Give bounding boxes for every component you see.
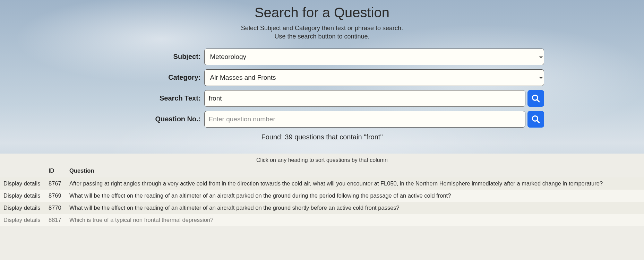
table-row: Display details8817Which is true of a ty… — [0, 214, 644, 226]
page-subtitle: Select Subject and Category then text or… — [0, 24, 644, 41]
svg-point-0 — [532, 95, 538, 100]
label-question-no: Question No.: — [100, 115, 204, 123]
cell-id: 8817 — [45, 214, 66, 226]
question-no-search-button[interactable] — [527, 111, 544, 128]
label-category: Category: — [100, 73, 204, 81]
row-search-text: Search Text: — [100, 90, 544, 107]
search-text-button[interactable] — [527, 90, 544, 107]
sort-hint: Click on any heading to sort questions b… — [0, 156, 644, 165]
display-details-link[interactable]: Display details — [3, 217, 40, 223]
subject-select[interactable]: Meteorology — [204, 49, 544, 65]
cell-question: What will be the effect on the reading o… — [66, 190, 644, 202]
search-icon — [531, 115, 540, 124]
cell-question: What will be the effect on the reading o… — [66, 202, 644, 214]
cell-id: 8770 — [45, 202, 66, 214]
results-table: ID Question Display details8767After pas… — [0, 165, 644, 226]
cell-question: Which is true of a typical non frontal t… — [66, 214, 644, 226]
row-question-no: Question No.: — [100, 111, 544, 128]
row-subject: Subject: Meteorology — [100, 49, 544, 65]
search-text-input[interactable] — [204, 90, 525, 107]
svg-point-2 — [532, 116, 538, 121]
page: Search for a Question Select Subject and… — [0, 0, 644, 260]
display-details-link[interactable]: Display details — [3, 180, 40, 187]
label-subject: Subject: — [100, 53, 204, 61]
cell-question: After passing at right angles through a … — [66, 177, 644, 190]
question-no-input[interactable] — [204, 111, 525, 128]
cell-id: 8767 — [45, 177, 66, 190]
category-select[interactable]: Air Masses and Fronts — [204, 69, 544, 86]
col-header-action[interactable] — [0, 165, 45, 177]
table-row: Display details8770What will be the effe… — [0, 202, 644, 214]
search-form: Subject: Meteorology Category: Air Masse… — [100, 49, 544, 141]
table-row: Display details8767After passing at righ… — [0, 177, 644, 190]
svg-line-3 — [537, 120, 540, 123]
subtitle-line-1: Select Subject and Category then text or… — [241, 25, 403, 32]
search-icon — [531, 94, 540, 103]
results-panel: Click on any heading to sort questions b… — [0, 154, 644, 260]
table-row: Display details8769What will be the effe… — [0, 190, 644, 202]
display-details-link[interactable]: Display details — [3, 192, 40, 199]
page-title: Search for a Question — [0, 5, 644, 20]
cell-id: 8769 — [45, 190, 66, 202]
label-search-text: Search Text: — [100, 94, 204, 102]
col-header-id[interactable]: ID — [45, 165, 66, 177]
found-count: Found: 39 questions that contain "front" — [100, 133, 544, 141]
col-header-question[interactable]: Question — [66, 165, 644, 177]
display-details-link[interactable]: Display details — [3, 205, 40, 211]
subtitle-line-2: Use the search button to continue. — [274, 33, 369, 40]
svg-line-1 — [537, 99, 540, 102]
row-category: Category: Air Masses and Fronts — [100, 69, 544, 86]
